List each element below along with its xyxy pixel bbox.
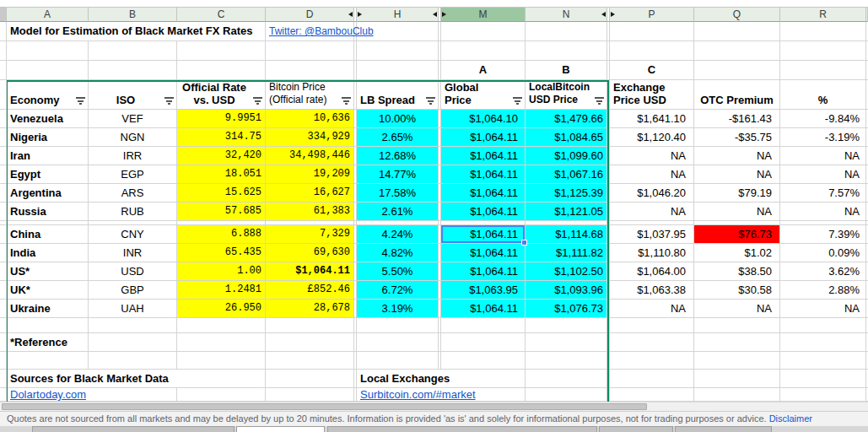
cell-local-exchange-price[interactable]: NA: [610, 165, 694, 184]
column-header-n[interactable]: N: [526, 7, 607, 22]
cell-lb-spread[interactable]: 10.00%: [357, 110, 439, 128]
cell-global-price[interactable]: $1,064.11: [441, 128, 526, 147]
cell-lb-spread[interactable]: 4.24%: [357, 225, 439, 244]
cell-iso[interactable]: IRR: [89, 147, 177, 165]
cell-global-price[interactable]: $1,064.11: [441, 147, 526, 165]
empty-cell[interactable]: [441, 41, 526, 61]
cell-lb-spread[interactable]: 6.72%: [357, 281, 439, 300]
cell-localbitcoin-price[interactable]: $1,084.65: [526, 128, 607, 147]
cell-localbitcoin-price[interactable]: $1,102.50: [526, 262, 607, 281]
empty-cell[interactable]: [266, 370, 354, 388]
cell-otc-premium[interactable]: NA: [694, 147, 780, 165]
empty-cell[interactable]: [526, 41, 607, 61]
empty-cell[interactable]: [266, 318, 354, 333]
cell-global-price[interactable]: $1,064.11: [441, 184, 526, 202]
cell-official-rate[interactable]: 32,420: [177, 147, 266, 165]
empty-cell[interactable]: [694, 41, 780, 61]
disclaimer-link[interactable]: Disclaimer: [769, 413, 812, 424]
cell-global-price[interactable]: $1,064.11: [441, 244, 526, 262]
cell-official-rate[interactable]: 65.435: [177, 244, 266, 262]
cell-lb-spread[interactable]: 3.19%: [357, 300, 439, 318]
cell-global-price[interactable]: $1,064.11: [441, 225, 526, 244]
cell-percent[interactable]: -3.19%: [780, 128, 866, 147]
cell-otc-premium[interactable]: NA: [694, 300, 780, 318]
filter-icon[interactable]: [426, 97, 435, 105]
cell-percent[interactable]: 7.39%: [780, 225, 866, 244]
cell-economy[interactable]: UK*: [7, 281, 89, 300]
empty-cell[interactable]: [780, 22, 866, 41]
empty-cell[interactable]: [357, 41, 439, 61]
cell-percent[interactable]: 7.57%: [780, 184, 866, 202]
cell-otc-premium[interactable]: NA: [694, 165, 780, 184]
cell-economy[interactable]: India: [7, 244, 89, 262]
cell-official-rate[interactable]: 314.75: [177, 128, 266, 147]
group-label-c[interactable]: C: [610, 61, 694, 80]
header-official-rate[interactable]: Official Rate vs. USD: [177, 80, 266, 110]
empty-cell[interactable]: [266, 61, 354, 80]
empty-cell[interactable]: [266, 352, 354, 370]
cell-localbitcoin-price[interactable]: $1,121.05: [526, 202, 607, 221]
cell-localbitcoin-price[interactable]: $1,093.96: [526, 281, 607, 300]
header-bitcoin-price[interactable]: Bitcoin Price (Official rate): [266, 80, 354, 110]
header-global-price[interactable]: Global Price: [441, 80, 526, 110]
cell-otc-premium[interactable]: $1.02: [694, 244, 780, 262]
cell-local-exchange-price[interactable]: $1,046.20: [610, 184, 694, 202]
filter-icon[interactable]: [253, 97, 262, 105]
column-header-m-selected[interactable]: M: [441, 7, 526, 22]
group-label-a[interactable]: A: [441, 61, 526, 80]
empty-cell[interactable]: [610, 352, 694, 370]
cell-local-exchange-price[interactable]: $1,063.38: [610, 281, 694, 300]
empty-cell[interactable]: [780, 318, 866, 333]
hidden-columns-right-arrow-icon[interactable]: [442, 12, 446, 17]
empty-cell[interactable]: [526, 388, 607, 402]
cell-localbitcoin-price[interactable]: $1,067.16: [526, 165, 607, 184]
cell-bitcoin-price[interactable]: $1,064.11: [266, 262, 354, 281]
cell-otc-premium[interactable]: $38.50: [694, 262, 780, 281]
empty-cell[interactable]: [177, 333, 266, 352]
cell-otc-premium[interactable]: $79.19: [694, 184, 780, 202]
twitter-link[interactable]: Twitter: @BambouClub: [269, 25, 374, 37]
empty-cell[interactable]: [357, 352, 439, 370]
empty-cell[interactable]: [780, 333, 866, 352]
dolartoday-link-cell[interactable]: Dolartoday.com: [7, 388, 177, 402]
header-local-exchange-price[interactable]: Local Exchange Price USD: [610, 80, 694, 110]
cell-iso[interactable]: ARS: [89, 184, 177, 202]
column-header-b[interactable]: B: [89, 7, 177, 22]
empty-cell[interactable]: [610, 370, 694, 388]
cell-iso[interactable]: USD: [89, 262, 177, 281]
cell-localbitcoin-price[interactable]: $1,479.66: [526, 110, 607, 128]
empty-cell[interactable]: [177, 318, 266, 333]
empty-cell[interactable]: [441, 22, 526, 41]
cell-percent[interactable]: NA: [780, 165, 866, 184]
column-header-c[interactable]: C: [177, 7, 266, 22]
cell-global-price[interactable]: $1,064.11: [441, 300, 526, 318]
empty-cell[interactable]: [526, 22, 607, 41]
cell-bitcoin-price[interactable]: 34,498,446: [266, 147, 354, 165]
dolartoday-link[interactable]: Dolartoday.com: [10, 388, 86, 401]
column-header-a[interactable]: A: [7, 7, 89, 22]
cell-bitcoin-price[interactable]: 10,636: [266, 110, 354, 128]
cell-localbitcoin-price[interactable]: $1,076.73: [526, 300, 607, 318]
empty-cell[interactable]: [694, 388, 780, 402]
empty-cell[interactable]: [7, 318, 89, 333]
cell-localbitcoin-price[interactable]: $1,114.68: [526, 225, 607, 244]
empty-cell[interactable]: [780, 388, 866, 402]
empty-cell[interactable]: [610, 318, 694, 333]
cell-percent[interactable]: 3.62%: [780, 262, 866, 281]
empty-cell[interactable]: [357, 61, 439, 80]
sheet-tab[interactable]: [32, 426, 235, 432]
empty-cell[interactable]: [89, 318, 177, 333]
horizontal-scrollbar[interactable]: [0, 402, 868, 411]
empty-cell[interactable]: [526, 318, 607, 333]
cell-percent[interactable]: 2.88%: [780, 281, 866, 300]
filter-icon[interactable]: [595, 97, 604, 105]
header-lb-spread[interactable]: LB Spread: [357, 80, 439, 110]
empty-cell[interactable]: [441, 333, 526, 352]
empty-cell[interactable]: [694, 318, 780, 333]
sheet-title-cell[interactable]: Model for Estimation of Black Market FX …: [7, 22, 266, 41]
empty-cell[interactable]: [780, 61, 866, 80]
cell-global-price[interactable]: $1,064.11: [441, 165, 526, 184]
cell-lb-spread[interactable]: 2.61%: [357, 202, 439, 221]
column-header-d[interactable]: D: [266, 7, 354, 22]
cell-economy[interactable]: Nigeria: [7, 128, 89, 147]
